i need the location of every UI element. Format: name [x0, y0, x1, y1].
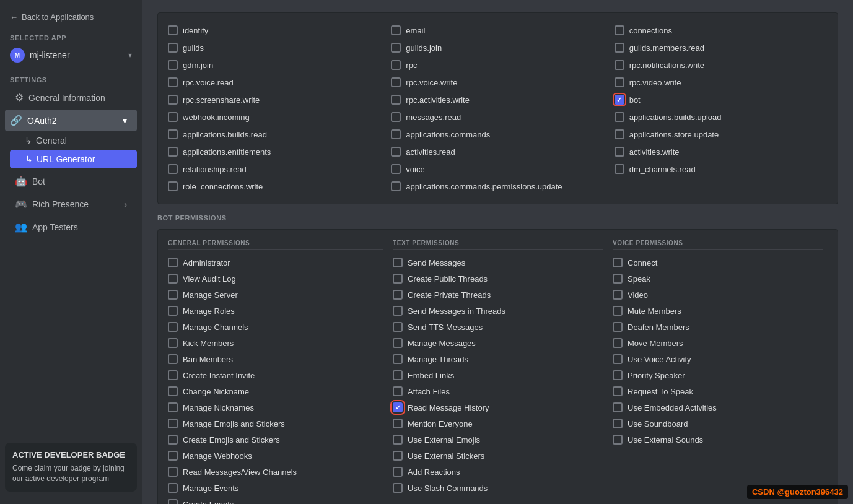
perm-checkbox-add-reactions[interactable]: [393, 467, 403, 477]
perm-checkbox-mute-members[interactable]: [613, 306, 623, 316]
perm-checkbox-create-events[interactable]: [168, 499, 178, 504]
scope-checkbox-email[interactable]: [391, 25, 401, 35]
sidebar-item-bot[interactable]: 🤖 Bot: [5, 170, 137, 192]
scope-checkbox-applications-commands[interactable]: [391, 129, 401, 139]
scope-checkbox-applications-commands-permissions-update[interactable]: [391, 181, 401, 191]
perm-label: Request To Speak: [628, 387, 693, 396]
perm-checkbox-use-slash-commands[interactable]: [393, 483, 403, 493]
perm-checkbox-manage-nicknames[interactable]: [168, 402, 178, 412]
perm-label: Ban Members: [183, 355, 233, 364]
perm-label: Administrator: [183, 258, 230, 267]
perm-checkbox-create-emojis-stickers[interactable]: [168, 435, 178, 445]
scope-checkbox-activities-read[interactable]: [391, 147, 401, 157]
perm-checkbox-send-messages-in-threads[interactable]: [393, 306, 403, 316]
perm-checkbox-video[interactable]: [613, 290, 623, 300]
back-to-applications-link[interactable]: ← Back to Applications: [0, 7, 142, 27]
scope-checkbox-rpc-notifications-write[interactable]: [615, 60, 624, 70]
perm-checkbox-create-instant-invite[interactable]: [168, 370, 178, 380]
perm-checkbox-manage-server[interactable]: [168, 290, 178, 300]
scope-item: applications.builds.read: [168, 127, 381, 142]
scope-checkbox-guilds[interactable]: [168, 43, 178, 53]
perm-checkbox-read-messages-view-channels[interactable]: [168, 467, 178, 477]
sidebar-item-url-generator[interactable]: ↳ URL Generator: [10, 150, 137, 168]
perm-checkbox-send-tts-messages[interactable]: [393, 322, 403, 332]
perm-checkbox-view-audit-log[interactable]: [168, 274, 178, 284]
perm-checkbox-ban-members[interactable]: [168, 354, 178, 364]
scope-checkbox-rpc-voice-write[interactable]: [391, 77, 401, 87]
app-selector[interactable]: M mj-listener ▾: [0, 44, 142, 66]
scope-checkbox-rpc-activities-write[interactable]: [391, 95, 401, 105]
sidebar-item-app-testers[interactable]: 👥 App Testers: [5, 216, 137, 238]
badge-text: Come claim your badge by joining our act…: [12, 463, 129, 484]
scope-checkbox-rpc[interactable]: [391, 60, 401, 70]
scope-checkbox-applications-store-update[interactable]: [615, 129, 624, 139]
scope-label: rpc.voice.write: [406, 78, 457, 87]
scope-item: connections: [615, 23, 828, 38]
perm-checkbox-attach-files[interactable]: [393, 386, 403, 396]
perm-checkbox-mention-everyone[interactable]: [393, 419, 403, 428]
scope-checkbox-guilds-members-read[interactable]: [615, 43, 624, 53]
perm-label: Create Events: [183, 500, 234, 505]
sidebar-item-general-information[interactable]: ⚙ General Information: [5, 87, 137, 108]
scope-checkbox-dm-channels-read[interactable]: [615, 164, 624, 174]
scope-checkbox-rpc-screenshare-write[interactable]: [168, 95, 178, 105]
scope-checkbox-messages-read[interactable]: [391, 112, 401, 122]
scope-item: applications.store.update: [615, 127, 828, 142]
perm-checkbox-request-to-speak[interactable]: [613, 386, 623, 396]
perm-item: Send Messages: [393, 254, 603, 271]
perm-checkbox-move-members[interactable]: [613, 338, 623, 348]
perm-checkbox-use-voice-activity[interactable]: [613, 354, 623, 364]
perm-checkbox-send-messages[interactable]: [393, 258, 403, 267]
scope-checkbox-webhook-incoming[interactable]: [168, 112, 178, 122]
scope-checkbox-guilds-join[interactable]: [391, 43, 401, 53]
sidebar-item-rich-presence[interactable]: 🎮 Rich Presence ›: [5, 193, 137, 215]
scope-checkbox-gdm-join[interactable]: [168, 60, 178, 70]
sidebar-item-label: URL Generator: [37, 154, 95, 164]
perm-checkbox-administrator[interactable]: [168, 258, 178, 267]
perm-item: Priority Speaker: [613, 367, 823, 383]
perm-checkbox-use-soundboard[interactable]: [613, 419, 623, 428]
perm-checkbox-use-external-stickers[interactable]: [393, 451, 403, 461]
perm-checkbox-create-private-threads[interactable]: [393, 290, 403, 300]
perm-checkbox-manage-events[interactable]: [168, 483, 178, 493]
scope-checkbox-voice[interactable]: [391, 164, 401, 174]
sidebar-item-general-sub[interactable]: ↳ General: [10, 132, 137, 149]
perm-checkbox-manage-channels[interactable]: [168, 322, 178, 332]
scope-item: applications.commands.permissions.update: [391, 179, 604, 194]
perm-checkbox-manage-roles[interactable]: [168, 306, 178, 316]
scope-item: gdm.join: [168, 58, 381, 72]
scope-checkbox-identify[interactable]: [168, 25, 178, 35]
scope-checkbox-connections[interactable]: [615, 25, 624, 35]
perm-label: View Audit Log: [183, 274, 236, 284]
perm-checkbox-priority-speaker[interactable]: [613, 370, 623, 380]
scope-checkbox-applications-builds-read[interactable]: [168, 129, 178, 139]
perm-checkbox-manage-threads[interactable]: [393, 354, 403, 364]
perm-checkbox-deafen-members[interactable]: [613, 322, 623, 332]
scope-label: connections: [629, 26, 672, 35]
perm-checkbox-kick-members[interactable]: [168, 338, 178, 348]
perm-checkbox-change-nickname[interactable]: [168, 386, 178, 396]
perm-checkbox-use-external-sounds[interactable]: [613, 435, 623, 445]
perm-label: Deafen Members: [628, 323, 689, 332]
scope-checkbox-rpc-voice-read[interactable]: [168, 77, 178, 87]
perm-checkbox-create-public-threads[interactable]: [393, 274, 403, 284]
scope-checkbox-rpc-video-write[interactable]: [615, 77, 624, 87]
perm-item: Deafen Members: [613, 319, 823, 335]
perm-checkbox-manage-messages[interactable]: [393, 338, 403, 348]
perm-checkbox-use-embedded-activities[interactable]: [613, 402, 623, 412]
perm-checkbox-use-external-emojis[interactable]: [393, 435, 403, 445]
sidebar-item-oauth2[interactable]: 🔗 OAuth2 ▾: [5, 110, 137, 131]
scope-checkbox-bot[interactable]: [615, 95, 624, 105]
perm-checkbox-manage-webhooks[interactable]: [168, 451, 178, 461]
perm-checkbox-manage-emojis-stickers[interactable]: [168, 419, 178, 428]
perm-checkbox-embed-links[interactable]: [393, 370, 403, 380]
scope-checkbox-role-connections-write[interactable]: [168, 181, 178, 191]
perm-checkbox-connect[interactable]: [613, 258, 623, 267]
perm-checkbox-speak[interactable]: [613, 274, 623, 284]
perm-checkbox-read-message-history[interactable]: [393, 402, 403, 412]
scope-checkbox-applications-entitlements[interactable]: [168, 147, 178, 157]
perm-item: Use Embedded Activities: [613, 399, 823, 415]
scope-checkbox-applications-builds-upload[interactable]: [615, 112, 624, 122]
scope-checkbox-relationships-read[interactable]: [168, 164, 178, 174]
scope-checkbox-activities-write[interactable]: [615, 147, 624, 157]
